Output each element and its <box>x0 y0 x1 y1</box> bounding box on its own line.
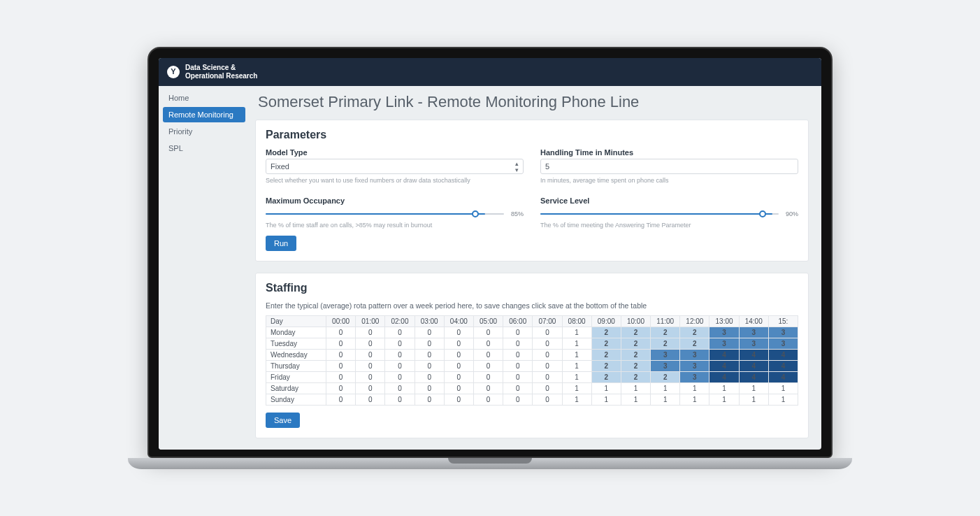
staffing-cell[interactable]: 0 <box>385 383 415 394</box>
staffing-cell[interactable]: 1 <box>621 394 650 406</box>
staffing-cell[interactable]: 1 <box>562 383 591 394</box>
staffing-cell[interactable]: 0 <box>533 394 562 406</box>
staffing-cell[interactable]: 3 <box>680 350 709 361</box>
staffing-cell[interactable]: 4 <box>709 372 739 383</box>
staffing-cell[interactable]: 1 <box>739 394 768 406</box>
staffing-cell[interactable]: 0 <box>444 361 473 372</box>
staffing-cell[interactable]: 4 <box>709 361 739 372</box>
staffing-cell[interactable]: 0 <box>385 394 415 406</box>
staffing-cell[interactable]: 3 <box>768 327 798 338</box>
staffing-cell[interactable]: 3 <box>739 327 768 338</box>
staffing-cell[interactable]: 0 <box>503 327 533 338</box>
staffing-cell[interactable]: 0 <box>503 372 533 383</box>
staffing-cell[interactable]: 1 <box>621 383 650 394</box>
staffing-cell[interactable]: 0 <box>415 383 444 394</box>
staffing-cell[interactable]: 1 <box>591 383 621 394</box>
staffing-cell[interactable]: 3 <box>651 361 680 372</box>
staffing-cell[interactable]: 2 <box>591 350 621 361</box>
staffing-cell[interactable]: 0 <box>356 372 385 383</box>
staffing-cell[interactable]: 4 <box>739 361 768 372</box>
staffing-cell[interactable]: 3 <box>739 338 768 350</box>
staffing-cell[interactable]: 0 <box>326 383 356 394</box>
staffing-cell[interactable]: 0 <box>533 383 562 394</box>
staffing-cell[interactable]: 0 <box>326 394 356 406</box>
run-button[interactable]: Run <box>266 236 296 251</box>
staffing-cell[interactable]: 4 <box>768 372 798 383</box>
staffing-cell[interactable]: 0 <box>444 394 473 406</box>
staffing-cell[interactable]: 0 <box>444 350 473 361</box>
slider-thumb-icon[interactable] <box>759 210 766 217</box>
staffing-cell[interactable]: 0 <box>533 327 562 338</box>
staffing-cell[interactable]: 0 <box>356 350 385 361</box>
staffing-cell[interactable]: 1 <box>562 327 591 338</box>
staffing-cell[interactable]: 2 <box>621 338 650 350</box>
staffing-cell[interactable]: 0 <box>473 372 503 383</box>
staffing-cell[interactable]: 1 <box>739 383 768 394</box>
staffing-cell[interactable]: 3 <box>709 327 739 338</box>
staffing-cell[interactable]: 0 <box>415 372 444 383</box>
slider-thumb-icon[interactable] <box>472 210 479 217</box>
staffing-cell[interactable]: 4 <box>739 350 768 361</box>
staffing-cell[interactable]: 1 <box>680 383 709 394</box>
staffing-cell[interactable]: 0 <box>326 361 356 372</box>
staffing-cell[interactable]: 2 <box>621 361 650 372</box>
staffing-cell[interactable]: 1 <box>562 372 591 383</box>
staffing-cell[interactable]: 0 <box>503 350 533 361</box>
staffing-cell[interactable]: 3 <box>709 338 739 350</box>
staffing-cell[interactable]: 0 <box>473 383 503 394</box>
staffing-cell[interactable]: 0 <box>385 327 415 338</box>
sidebar-item-home[interactable]: Home <box>163 90 245 106</box>
staffing-cell[interactable]: 0 <box>503 361 533 372</box>
staffing-cell[interactable]: 1 <box>651 383 680 394</box>
staffing-cell[interactable]: 2 <box>621 350 650 361</box>
sidebar-item-spl[interactable]: SPL <box>163 141 245 156</box>
sidebar-item-remote-monitoring[interactable]: Remote Monitoring <box>163 107 245 122</box>
staffing-cell[interactable]: 2 <box>651 372 680 383</box>
staffing-cell[interactable]: 0 <box>385 338 415 350</box>
staffing-cell[interactable]: 0 <box>473 338 503 350</box>
staffing-cell[interactable]: 2 <box>621 327 650 338</box>
sidebar-item-priority[interactable]: Priority <box>163 124 245 139</box>
staffing-cell[interactable]: 4 <box>709 350 739 361</box>
staffing-cell[interactable]: 0 <box>415 338 444 350</box>
staffing-cell[interactable]: 3 <box>680 372 709 383</box>
staffing-cell[interactable]: 0 <box>326 338 356 350</box>
staffing-cell[interactable]: 2 <box>651 338 680 350</box>
staffing-cell[interactable]: 2 <box>680 327 709 338</box>
handling-time-input[interactable] <box>540 159 798 174</box>
staffing-cell[interactable]: 2 <box>680 338 709 350</box>
staffing-cell[interactable]: 2 <box>591 361 621 372</box>
staffing-cell[interactable]: 0 <box>473 394 503 406</box>
staffing-cell[interactable]: 1 <box>651 394 680 406</box>
staffing-cell[interactable]: 0 <box>473 361 503 372</box>
staffing-cell[interactable]: 0 <box>503 394 533 406</box>
staffing-cell[interactable]: 1 <box>562 394 591 406</box>
staffing-cell[interactable]: 0 <box>385 372 415 383</box>
staffing-cell[interactable]: 0 <box>415 350 444 361</box>
staffing-cell[interactable]: 1 <box>709 394 739 406</box>
staffing-cell[interactable]: 0 <box>385 350 415 361</box>
staffing-cell[interactable]: 1 <box>562 338 591 350</box>
staffing-cell[interactable]: 1 <box>562 350 591 361</box>
staffing-cell[interactable]: 2 <box>621 372 650 383</box>
staffing-cell[interactable]: 1 <box>680 394 709 406</box>
staffing-cell[interactable]: 0 <box>385 361 415 372</box>
save-button[interactable]: Save <box>266 413 300 428</box>
staffing-cell[interactable]: 0 <box>415 361 444 372</box>
staffing-cell[interactable]: 0 <box>356 383 385 394</box>
max-occupancy-slider[interactable]: 85% <box>266 209 524 219</box>
staffing-cell[interactable]: 1 <box>591 394 621 406</box>
staffing-cell[interactable]: 1 <box>768 383 798 394</box>
staffing-cell[interactable]: 0 <box>533 372 562 383</box>
staffing-cell[interactable]: 0 <box>444 338 473 350</box>
staffing-cell[interactable]: 3 <box>768 338 798 350</box>
staffing-cell[interactable]: 2 <box>651 327 680 338</box>
staffing-cell[interactable]: 0 <box>356 338 385 350</box>
staffing-cell[interactable]: 2 <box>591 327 621 338</box>
service-level-slider[interactable]: 90% <box>540 209 798 219</box>
staffing-cell[interactable]: 0 <box>415 327 444 338</box>
model-type-select[interactable]: Fixed ▴▾ <box>266 159 524 174</box>
staffing-cell[interactable]: 0 <box>473 350 503 361</box>
staffing-cell[interactable]: 3 <box>651 350 680 361</box>
staffing-cell[interactable]: 3 <box>680 361 709 372</box>
